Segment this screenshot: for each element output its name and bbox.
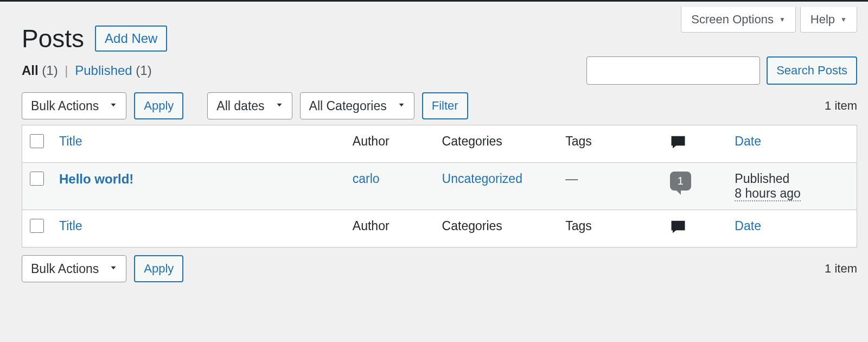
category-link[interactable]: Uncategorized	[442, 172, 522, 186]
chevron-down-icon	[397, 99, 406, 113]
comment-icon	[670, 139, 686, 153]
chevron-down-icon	[108, 262, 118, 276]
column-tags-footer: Tags	[558, 210, 662, 248]
column-categories-footer: Categories	[435, 210, 558, 248]
column-title-footer[interactable]: Title	[52, 210, 345, 248]
chevron-down-icon: ▼	[779, 16, 786, 23]
chevron-down-icon	[108, 99, 118, 113]
column-comments-footer[interactable]	[662, 210, 727, 248]
item-count-top: 1 item	[825, 99, 857, 113]
column-date-header[interactable]: Date	[727, 125, 857, 163]
apply-bulk-button[interactable]: Apply	[134, 92, 183, 119]
filter-published[interactable]: Published (1)	[75, 63, 151, 78]
date-filter-select[interactable]: All dates	[207, 92, 292, 119]
search-input[interactable]	[586, 56, 760, 85]
column-author-footer: Author	[345, 210, 435, 248]
row-checkbox[interactable]	[30, 172, 44, 186]
post-title-link[interactable]: Hello world!	[59, 172, 133, 186]
help-label: Help	[810, 12, 835, 27]
filter-all[interactable]: All (1)	[22, 63, 61, 78]
bulk-actions-select-bottom[interactable]: Bulk Actions	[22, 255, 126, 282]
comment-count-bubble[interactable]: 1	[670, 172, 691, 191]
chevron-down-icon	[275, 99, 284, 113]
column-date-footer[interactable]: Date	[727, 210, 857, 248]
column-title-header[interactable]: Title	[52, 125, 345, 163]
table-row: Hello world! carlo Uncategorized — 1 Pub…	[22, 163, 857, 210]
select-all-bottom[interactable]	[30, 219, 44, 233]
page-title: Posts	[22, 24, 84, 53]
screen-options-label: Screen Options	[691, 12, 774, 27]
search-posts-button[interactable]: Search Posts	[767, 56, 857, 85]
date-status: Published	[735, 172, 849, 186]
help-tab[interactable]: Help ▼	[800, 7, 857, 33]
item-count-bottom: 1 item	[825, 262, 857, 276]
column-comments-header[interactable]	[662, 125, 727, 163]
chevron-down-icon: ▼	[840, 16, 847, 23]
comment-icon	[670, 224, 686, 238]
column-tags-header: Tags	[558, 125, 662, 163]
bulk-actions-select[interactable]: Bulk Actions	[22, 92, 126, 119]
date-time: 8 hours ago	[735, 186, 800, 201]
tags-value: —	[565, 172, 578, 186]
screen-options-tab[interactable]: Screen Options ▼	[681, 7, 796, 33]
apply-bulk-button-bottom[interactable]: Apply	[134, 255, 183, 282]
author-link[interactable]: carlo	[353, 172, 380, 186]
column-categories-header: Categories	[435, 125, 558, 163]
column-author-header: Author	[345, 125, 435, 163]
select-all-top[interactable]	[30, 134, 44, 148]
filter-button[interactable]: Filter	[422, 92, 468, 119]
add-new-button[interactable]: Add New	[95, 26, 167, 52]
category-filter-select[interactable]: All Categories	[300, 92, 414, 119]
